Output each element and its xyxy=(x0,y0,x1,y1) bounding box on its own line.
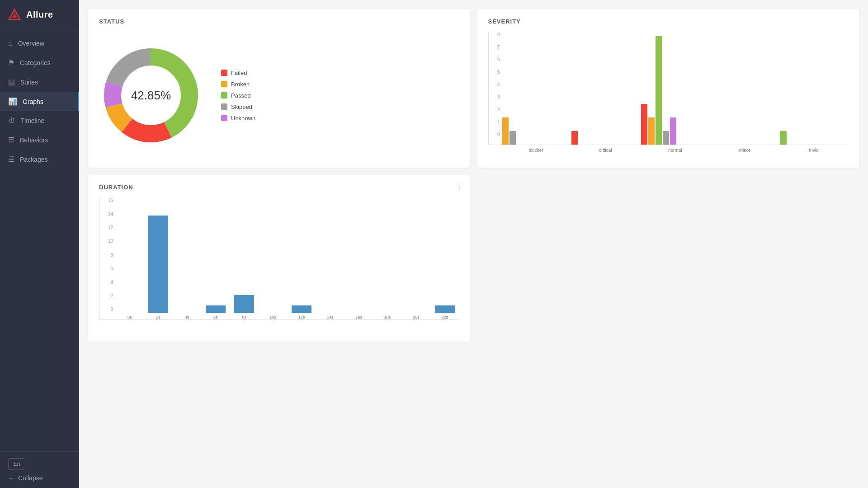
duration-bar-label: 10s xyxy=(269,315,276,319)
severity-group-trivial: trivial xyxy=(780,131,848,145)
duration-bar-label: 20s xyxy=(413,315,420,319)
severity-bar xyxy=(571,131,578,145)
legend-item-skipped: Skipped xyxy=(221,103,255,110)
duration-bar xyxy=(234,295,254,313)
severity-card: SEVERITY 876543210 blockercriticalnormal… xyxy=(477,9,859,168)
sidebar-item-overview[interactable]: ⌂ Overview xyxy=(0,34,79,53)
status-card: STATUS 42.85% Fa xyxy=(88,9,470,168)
legend-label-failed: Failed xyxy=(231,70,247,76)
duration-bar-label: 14s xyxy=(327,315,334,319)
duration-bar-col: 0s xyxy=(115,313,144,319)
legend-dot-skipped xyxy=(221,103,227,110)
legend-label-passed: Passed xyxy=(231,92,250,99)
sidebar-label-packages: Packages xyxy=(20,156,47,163)
duration-bar-label: 12s xyxy=(298,315,305,319)
duration-bar-col: 20s xyxy=(402,313,430,319)
duration-bar xyxy=(435,305,455,313)
legend-item-passed: Passed xyxy=(221,92,255,99)
legend-dot-broken xyxy=(221,81,227,87)
severity-title: SEVERITY xyxy=(488,18,849,25)
severity-bar xyxy=(780,131,787,145)
duration-bar-label: 2s xyxy=(156,315,160,319)
severity-group-label: normal xyxy=(668,148,682,153)
legend-item-failed: Failed xyxy=(221,70,255,76)
legend-label-unknown: Unknown xyxy=(231,115,255,122)
behaviors-icon: ☰ xyxy=(8,136,14,144)
sidebar-label-timeline: Timeline xyxy=(21,117,44,124)
timeline-icon: ⏱ xyxy=(8,117,15,125)
severity-group-normal: normal xyxy=(641,36,709,145)
legend-item-unknown: Unknown xyxy=(221,115,255,122)
severity-bar xyxy=(670,117,676,145)
legend-dot-passed xyxy=(221,92,227,99)
categories-icon: ⚑ xyxy=(8,58,14,67)
duration-bar-label: 0s xyxy=(127,315,132,319)
sidebar-item-suites[interactable]: ▤ Suites xyxy=(0,72,79,92)
duration-bar-col: 8s xyxy=(230,295,259,319)
sidebar-item-categories[interactable]: ⚑ Categories xyxy=(0,53,79,72)
duration-bar xyxy=(292,305,311,313)
duration-card: DURATION ⋮ 1614121086420 0s2s4s6s8s10s12… xyxy=(88,175,470,343)
sidebar-label-suites: Suites xyxy=(20,79,38,86)
legend-dot-failed xyxy=(221,70,227,76)
severity-bar xyxy=(656,36,662,145)
legend-label-skipped: Skipped xyxy=(231,103,252,110)
donut-chart: 42.85% xyxy=(99,43,203,147)
severity-bar xyxy=(641,104,647,145)
duration-bar-label: 16s xyxy=(355,315,362,319)
sidebar-item-graphs[interactable]: 📊 Graphs xyxy=(0,92,79,111)
logo-area: Allure xyxy=(0,0,79,29)
sidebar-bottom: En ← Collapse xyxy=(0,451,79,488)
duration-bar-col: 12s xyxy=(287,305,316,319)
packages-icon: ☰ xyxy=(8,155,14,164)
collapse-button[interactable]: ← Collapse xyxy=(8,474,71,482)
legend-item-broken: Broken xyxy=(221,81,255,88)
status-legend: Failed Broken Passed Skipped Unknown xyxy=(221,70,255,122)
duration-menu-icon[interactable]: ⋮ xyxy=(456,182,463,191)
status-title: STATUS xyxy=(99,18,459,25)
duration-bar-col: 4s xyxy=(173,313,201,319)
duration-bar-col: 6s xyxy=(201,305,230,319)
severity-bar xyxy=(509,131,516,145)
suites-icon: ▤ xyxy=(8,78,15,86)
sidebar-label-categories: Categories xyxy=(20,59,51,66)
sidebar-item-packages[interactable]: ☰ Packages xyxy=(0,150,79,169)
duration-bar-col: 2s xyxy=(144,216,172,319)
allure-logo-icon xyxy=(7,7,22,22)
legend-dot-unknown xyxy=(221,115,227,121)
sidebar-nav: ⌂ Overview⚑ Categories▤ Suites📊 Graphs⏱ … xyxy=(0,29,79,451)
duration-bar-col: 14s xyxy=(316,313,344,319)
severity-chart: 876543210 blockercriticalnormalminortriv… xyxy=(488,32,849,159)
duration-bar-label: 4s xyxy=(185,315,189,319)
graphs-icon: 📊 xyxy=(8,97,17,106)
main-content: STATUS 42.85% Fa xyxy=(79,0,868,488)
duration-bar-col: 16s xyxy=(344,313,373,319)
sidebar-label-behaviors: Behaviors xyxy=(20,136,48,144)
duration-bar-label: 18s xyxy=(384,315,391,319)
language-button[interactable]: En xyxy=(8,458,25,470)
duration-bar-label: 22s xyxy=(442,315,448,319)
duration-bar xyxy=(206,305,226,313)
duration-title: DURATION xyxy=(99,184,459,191)
duration-bar-label: 8s xyxy=(242,315,246,319)
status-content: 42.85% Failed Broken Passed Skipped Unkn… xyxy=(99,32,459,159)
collapse-arrow-icon: ← xyxy=(8,474,14,482)
severity-group-critical: critical xyxy=(571,131,639,145)
duration-bars: 0s2s4s6s8s10s12s14s16s18s20s22s xyxy=(99,198,459,320)
sidebar-label-overview: Overview xyxy=(18,40,44,47)
duration-bar-label: 6s xyxy=(213,315,218,319)
sidebar-item-timeline[interactable]: ⏱ Timeline xyxy=(0,111,79,130)
duration-chart: 1614121086420 0s2s4s6s8s10s12s14s16s18s2… xyxy=(99,198,459,333)
severity-bar xyxy=(502,117,509,145)
severity-bar xyxy=(663,131,669,145)
legend-label-broken: Broken xyxy=(231,81,250,88)
duration-bar-col: 22s xyxy=(430,305,459,319)
duration-bar xyxy=(148,216,168,313)
logo-text: Allure xyxy=(26,9,53,20)
collapse-label: Collapse xyxy=(18,474,42,482)
severity-group-label: trivial xyxy=(809,148,819,153)
severity-bars: blockercriticalnormalminortrivial xyxy=(488,32,849,145)
sidebar-item-behaviors[interactable]: ☰ Behaviors xyxy=(0,130,79,150)
overview-icon: ⌂ xyxy=(8,39,13,47)
sidebar: Allure ⌂ Overview⚑ Categories▤ Suites📊 G… xyxy=(0,0,79,488)
